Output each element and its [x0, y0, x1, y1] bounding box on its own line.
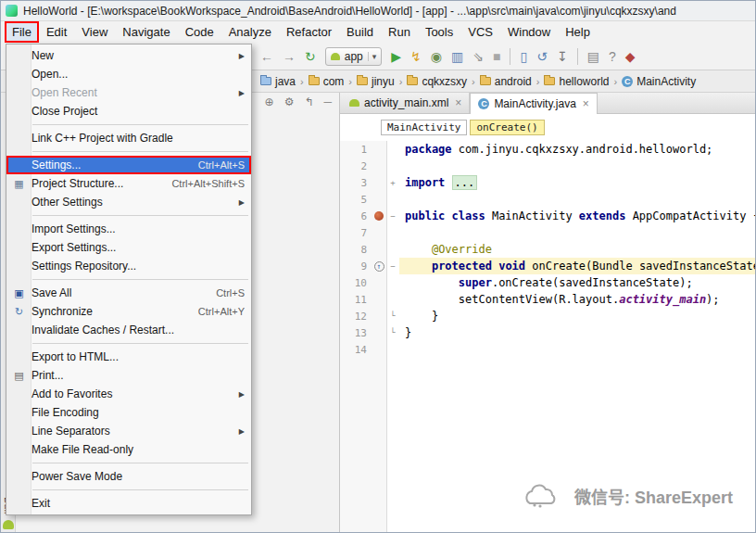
- menubar-item-build[interactable]: Build: [339, 21, 381, 43]
- collapse-all-icon[interactable]: ↰: [304, 96, 313, 108]
- breadcrumb-separator: ›: [536, 76, 540, 87]
- menubar-item-edit[interactable]: Edit: [39, 21, 74, 43]
- menubar-item-navigate[interactable]: Navigate: [115, 21, 177, 43]
- menu-item-link-c-project-with-gradle[interactable]: Link C++ Project with Gradle: [6, 129, 251, 147]
- menubar-item-view[interactable]: View: [74, 21, 115, 43]
- class-gutter-icon[interactable]: [374, 211, 384, 221]
- back-icon[interactable]: ←: [260, 50, 273, 63]
- close-tab-icon[interactable]: ×: [583, 97, 589, 110]
- menu-item-settings-repository[interactable]: Settings Repository...: [6, 257, 251, 275]
- device-manager-icon[interactable]: ▯: [520, 50, 527, 63]
- attach-debugger-icon[interactable]: ⇘: [472, 50, 484, 63]
- stop-icon[interactable]: ■: [493, 50, 500, 63]
- code-line[interactable]: 5: [340, 191, 755, 208]
- class-icon: C: [622, 76, 633, 87]
- menu-item-open[interactable]: Open...: [6, 65, 251, 83]
- menu-item-print[interactable]: ▤Print...: [6, 366, 251, 385]
- menubar-item-run[interactable]: Run: [381, 21, 418, 43]
- code-area[interactable]: 1package com.jinyu.cqkxzsxy.android.hell…: [340, 141, 755, 532]
- menubar-item-file[interactable]: File: [5, 21, 39, 43]
- code-line[interactable]: 13└}: [340, 324, 755, 341]
- menu-item-power-save-mode[interactable]: Power Save Mode: [6, 467, 251, 486]
- fold-marker[interactable]: −: [386, 211, 399, 221]
- fold-marker[interactable]: └: [386, 328, 399, 337]
- breadcrumb-label: helloworld: [559, 75, 609, 88]
- menu-item-synchronize[interactable]: ↻SynchronizeCtrl+Alt+Y: [6, 302, 251, 321]
- code-line[interactable]: 11 setContentView(R.layout.activity_main…: [340, 291, 755, 308]
- code-line[interactable]: 7: [340, 224, 755, 241]
- chevron-down-icon: ▾: [368, 52, 377, 61]
- menubar-item-refactor[interactable]: Refactor: [279, 21, 339, 43]
- tab-activity-main-xml[interactable]: activity_main.xml×: [342, 93, 470, 113]
- breadcrumb-chip-oncreate[interactable]: onCreate(): [470, 120, 544, 135]
- tab-mainactivity-java[interactable]: CMainActivity.java×: [470, 93, 598, 114]
- menu-item-invalidate-caches-restart[interactable]: Invalidate Caches / Restart...: [6, 321, 251, 339]
- menubar-item-analyze[interactable]: Analyze: [221, 21, 279, 43]
- menu-item-close-project[interactable]: Close Project: [6, 102, 251, 121]
- breadcrumb-cqkxzsxy[interactable]: cqkxzsxy: [405, 75, 469, 88]
- sdk-manager-icon[interactable]: ↧: [557, 50, 568, 63]
- menu-item-open-recent[interactable]: Open Recent▶: [6, 83, 251, 102]
- overriding-method-icon[interactable]: ↑: [374, 261, 384, 272]
- breadcrumb-com[interactable]: com: [307, 75, 346, 88]
- run-config-selector[interactable]: app▾: [325, 47, 383, 66]
- breadcrumb-label: MainActivity: [636, 75, 696, 88]
- code-line[interactable]: 9↑− protected void onCreate(Bundle saved…: [340, 258, 755, 274]
- menu-item-export-to-html[interactable]: Export to HTML...: [6, 348, 251, 366]
- menubar-item-help[interactable]: Help: [558, 21, 598, 43]
- code-line[interactable]: 10 super.onCreate(savedInstanceState);: [340, 274, 755, 291]
- code-line[interactable]: 1package com.jinyu.cqkxzsxy.android.hell…: [340, 141, 755, 158]
- forward-icon[interactable]: →: [283, 50, 296, 63]
- code-line[interactable]: 12└ }: [340, 308, 755, 324]
- misc-icon[interactable]: ◆: [625, 50, 636, 63]
- project-structure-icon: ▦: [6, 178, 32, 190]
- code-line[interactable]: 6−public class MainActivity extends AppC…: [340, 208, 755, 224]
- menubar-item-window[interactable]: Window: [500, 21, 558, 43]
- menu-item-settings[interactable]: Settings...Ctrl+Alt+S: [6, 156, 251, 174]
- menu-item-new[interactable]: New▶: [6, 46, 251, 65]
- fold-marker[interactable]: └: [386, 311, 399, 321]
- code-token: onCreate(Bundle savedInstanceState) {: [532, 260, 756, 273]
- menubar-item-code[interactable]: Code: [178, 21, 221, 43]
- code-line[interactable]: 14: [340, 341, 755, 358]
- breadcrumb-mainactivity[interactable]: CMainActivity: [620, 75, 698, 88]
- menu-item-save-all[interactable]: ▣Save AllCtrl+S: [6, 284, 251, 302]
- code-line[interactable]: 2: [340, 158, 755, 174]
- code-text: setContentView(R.layout.activity_main);: [399, 291, 755, 308]
- toolbar-separator: [510, 48, 510, 65]
- run-icon[interactable]: ▶: [391, 50, 401, 63]
- menubar-item-vcs[interactable]: VCS: [460, 21, 500, 43]
- help-icon[interactable]: ?: [609, 50, 616, 63]
- menubar-item-tools[interactable]: Tools: [418, 21, 460, 43]
- menu-item-project-structure[interactable]: ▦Project Structure...Ctrl+Alt+Shift+S: [6, 174, 251, 193]
- sync-project-icon[interactable]: ↺: [536, 50, 548, 63]
- settings-icon[interactable]: ⚙: [284, 96, 295, 108]
- code-line[interactable]: 3+import ...: [340, 174, 755, 191]
- sync-gradle-icon[interactable]: ↻: [305, 50, 316, 63]
- menu-item-line-separators[interactable]: Line Separators▶: [6, 422, 251, 440]
- menu-item-import-settings[interactable]: Import Settings...: [6, 220, 251, 238]
- apply-changes-icon[interactable]: ↯: [410, 50, 422, 63]
- breadcrumb-helloworld[interactable]: helloworld: [542, 75, 611, 88]
- code-token: activity_main: [619, 293, 706, 306]
- breadcrumb-java[interactable]: java: [258, 75, 297, 88]
- breadcrumb-android[interactable]: android: [478, 75, 534, 88]
- menu-item-export-settings[interactable]: Export Settings...: [6, 238, 251, 257]
- close-tab-icon[interactable]: ×: [455, 96, 461, 109]
- breadcrumb-jinyu[interactable]: jinyu: [355, 75, 397, 88]
- profile-icon[interactable]: ▥: [451, 50, 463, 63]
- menu-item-add-to-favorites[interactable]: Add to Favorites▶: [6, 385, 251, 403]
- code-line[interactable]: 8 @Override: [340, 241, 755, 258]
- menu-item-file-encoding[interactable]: File Encoding: [6, 403, 251, 422]
- layout-inspector-icon[interactable]: ▤: [587, 50, 599, 63]
- menu-item-exit[interactable]: Exit: [6, 494, 251, 513]
- menu-item-label: New: [32, 49, 232, 62]
- breadcrumb-chip-mainactivity[interactable]: MainActivity: [381, 120, 467, 135]
- hide-panel-icon[interactable]: ─: [323, 96, 332, 108]
- fold-marker[interactable]: +: [386, 178, 399, 187]
- menu-item-other-settings[interactable]: Other Settings▶: [6, 193, 251, 211]
- locate-icon[interactable]: ⊕: [265, 96, 274, 108]
- debug-icon[interactable]: ◉: [431, 50, 442, 63]
- menu-item-make-file-read-only[interactable]: Make File Read-only: [6, 440, 251, 459]
- fold-marker[interactable]: −: [386, 261, 399, 271]
